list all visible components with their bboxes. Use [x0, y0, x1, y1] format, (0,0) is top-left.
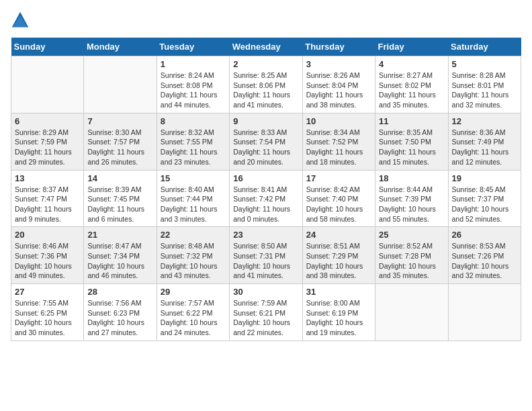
day-number: 17 [306, 173, 371, 183]
calendar-cell: 1Sunrise: 8:24 AM Sunset: 8:08 PM Daylig… [157, 56, 229, 113]
day-info: Sunrise: 8:40 AM Sunset: 7:44 PM Dayligh… [161, 185, 226, 224]
day-info: Sunrise: 8:24 AM Sunset: 8:08 PM Dayligh… [161, 71, 226, 110]
day-info: Sunrise: 8:37 AM Sunset: 7:47 PM Dayligh… [15, 185, 80, 224]
day-info: Sunrise: 7:56 AM Sunset: 6:23 PM Dayligh… [87, 298, 152, 338]
day-number: 6 [15, 116, 80, 126]
day-info: Sunrise: 8:44 AM Sunset: 7:39 PM Dayligh… [379, 185, 444, 224]
calendar-cell: 19Sunrise: 8:45 AM Sunset: 7:37 PM Dayli… [448, 170, 521, 227]
day-number: 16 [233, 173, 298, 183]
day-info: Sunrise: 8:27 AM Sunset: 8:02 PM Dayligh… [379, 71, 444, 110]
day-number: 10 [306, 116, 371, 126]
day-number: 26 [452, 230, 517, 240]
day-number: 1 [161, 59, 226, 69]
weekday-header-saturday: Saturday [448, 38, 521, 56]
day-number: 12 [452, 116, 517, 126]
calendar-cell: 29Sunrise: 7:57 AM Sunset: 6:22 PM Dayli… [157, 284, 229, 341]
day-info: Sunrise: 7:59 AM Sunset: 6:21 PM Dayligh… [233, 298, 298, 338]
day-number: 5 [452, 59, 517, 69]
day-info: Sunrise: 8:35 AM Sunset: 7:50 PM Dayligh… [379, 128, 444, 167]
week-row-1: 1Sunrise: 8:24 AM Sunset: 8:08 PM Daylig… [11, 56, 521, 113]
day-info: Sunrise: 8:36 AM Sunset: 7:49 PM Dayligh… [452, 128, 517, 167]
weekday-header-sunday: Sunday [11, 38, 84, 56]
calendar-cell [448, 284, 521, 341]
calendar-cell: 18Sunrise: 8:44 AM Sunset: 7:39 PM Dayli… [375, 170, 448, 227]
logo-icon [11, 11, 30, 30]
day-number: 3 [306, 59, 371, 69]
day-info: Sunrise: 8:50 AM Sunset: 7:31 PM Dayligh… [233, 241, 298, 281]
day-number: 14 [87, 173, 152, 183]
calendar-cell [375, 284, 448, 341]
weekday-header-row: SundayMondayTuesdayWednesdayThursdayFrid… [11, 38, 521, 56]
calendar-table: SundayMondayTuesdayWednesdayThursdayFrid… [11, 38, 521, 341]
calendar-cell: 12Sunrise: 8:36 AM Sunset: 7:49 PM Dayli… [448, 113, 521, 170]
calendar-cell: 15Sunrise: 8:40 AM Sunset: 7:44 PM Dayli… [157, 170, 229, 227]
calendar-cell: 8Sunrise: 8:32 AM Sunset: 7:55 PM Daylig… [157, 113, 229, 170]
day-info: Sunrise: 8:33 AM Sunset: 7:54 PM Dayligh… [233, 128, 298, 167]
calendar-cell: 4Sunrise: 8:27 AM Sunset: 8:02 PM Daylig… [375, 56, 448, 113]
day-number: 2 [233, 59, 298, 69]
day-number: 8 [161, 116, 226, 126]
day-number: 18 [379, 173, 444, 183]
calendar-cell: 6Sunrise: 8:29 AM Sunset: 7:59 PM Daylig… [11, 113, 84, 170]
day-number: 29 [161, 287, 226, 297]
day-number: 25 [379, 230, 444, 240]
day-info: Sunrise: 8:46 AM Sunset: 7:36 PM Dayligh… [15, 241, 80, 281]
day-info: Sunrise: 8:30 AM Sunset: 7:57 PM Dayligh… [87, 128, 152, 167]
calendar-cell: 10Sunrise: 8:34 AM Sunset: 7:52 PM Dayli… [302, 113, 375, 170]
day-info: Sunrise: 8:26 AM Sunset: 8:04 PM Dayligh… [306, 71, 371, 110]
calendar-cell: 31Sunrise: 8:00 AM Sunset: 6:19 PM Dayli… [302, 284, 375, 341]
week-row-4: 20Sunrise: 8:46 AM Sunset: 7:36 PM Dayli… [11, 227, 521, 284]
day-number: 20 [15, 230, 80, 240]
calendar-cell: 7Sunrise: 8:30 AM Sunset: 7:57 PM Daylig… [84, 113, 157, 170]
weekday-header-monday: Monday [84, 38, 157, 56]
calendar-cell [84, 56, 157, 113]
day-number: 27 [15, 287, 80, 297]
day-info: Sunrise: 8:47 AM Sunset: 7:34 PM Dayligh… [87, 241, 152, 281]
calendar-cell: 30Sunrise: 7:59 AM Sunset: 6:21 PM Dayli… [230, 284, 302, 341]
calendar-cell: 28Sunrise: 7:56 AM Sunset: 6:23 PM Dayli… [84, 284, 157, 341]
day-number: 22 [161, 230, 226, 240]
day-info: Sunrise: 8:34 AM Sunset: 7:52 PM Dayligh… [306, 128, 371, 167]
calendar-cell: 25Sunrise: 8:52 AM Sunset: 7:28 PM Dayli… [375, 227, 448, 284]
calendar-cell: 9Sunrise: 8:33 AM Sunset: 7:54 PM Daylig… [230, 113, 302, 170]
weekday-header-tuesday: Tuesday [157, 38, 229, 56]
day-number: 31 [306, 287, 371, 297]
weekday-header-wednesday: Wednesday [230, 38, 302, 56]
calendar-cell: 27Sunrise: 7:55 AM Sunset: 6:25 PM Dayli… [11, 284, 84, 341]
day-number: 21 [87, 230, 152, 240]
week-row-2: 6Sunrise: 8:29 AM Sunset: 7:59 PM Daylig… [11, 113, 521, 170]
day-info: Sunrise: 8:53 AM Sunset: 7:26 PM Dayligh… [452, 241, 517, 281]
day-number: 7 [87, 116, 152, 126]
week-row-5: 27Sunrise: 7:55 AM Sunset: 6:25 PM Dayli… [11, 284, 521, 341]
week-row-3: 13Sunrise: 8:37 AM Sunset: 7:47 PM Dayli… [11, 170, 521, 227]
weekday-header-thursday: Thursday [302, 38, 375, 56]
day-number: 23 [233, 230, 298, 240]
calendar-cell [11, 56, 84, 113]
page-header [11, 11, 521, 30]
calendar-cell: 22Sunrise: 8:48 AM Sunset: 7:32 PM Dayli… [157, 227, 229, 284]
day-number: 15 [161, 173, 226, 183]
day-info: Sunrise: 8:41 AM Sunset: 7:42 PM Dayligh… [233, 185, 298, 224]
day-info: Sunrise: 8:39 AM Sunset: 7:45 PM Dayligh… [87, 185, 152, 224]
day-number: 9 [233, 116, 298, 126]
day-number: 24 [306, 230, 371, 240]
day-info: Sunrise: 8:29 AM Sunset: 7:59 PM Dayligh… [15, 128, 80, 167]
day-info: Sunrise: 8:51 AM Sunset: 7:29 PM Dayligh… [306, 241, 371, 281]
day-info: Sunrise: 7:55 AM Sunset: 6:25 PM Dayligh… [15, 298, 80, 338]
calendar-cell: 26Sunrise: 8:53 AM Sunset: 7:26 PM Dayli… [448, 227, 521, 284]
day-info: Sunrise: 8:45 AM Sunset: 7:37 PM Dayligh… [452, 185, 517, 224]
calendar-cell: 24Sunrise: 8:51 AM Sunset: 7:29 PM Dayli… [302, 227, 375, 284]
day-number: 4 [379, 59, 444, 69]
day-info: Sunrise: 8:52 AM Sunset: 7:28 PM Dayligh… [379, 241, 444, 281]
calendar-cell: 17Sunrise: 8:42 AM Sunset: 7:40 PM Dayli… [302, 170, 375, 227]
day-info: Sunrise: 8:00 AM Sunset: 6:19 PM Dayligh… [306, 298, 371, 338]
calendar-cell: 11Sunrise: 8:35 AM Sunset: 7:50 PM Dayli… [375, 113, 448, 170]
day-info: Sunrise: 8:25 AM Sunset: 8:06 PM Dayligh… [233, 71, 298, 110]
calendar-cell: 13Sunrise: 8:37 AM Sunset: 7:47 PM Dayli… [11, 170, 84, 227]
day-info: Sunrise: 8:42 AM Sunset: 7:40 PM Dayligh… [306, 185, 371, 224]
day-number: 11 [379, 116, 444, 126]
day-number: 28 [87, 287, 152, 297]
calendar-cell: 14Sunrise: 8:39 AM Sunset: 7:45 PM Dayli… [84, 170, 157, 227]
calendar-cell: 21Sunrise: 8:47 AM Sunset: 7:34 PM Dayli… [84, 227, 157, 284]
day-number: 13 [15, 173, 80, 183]
